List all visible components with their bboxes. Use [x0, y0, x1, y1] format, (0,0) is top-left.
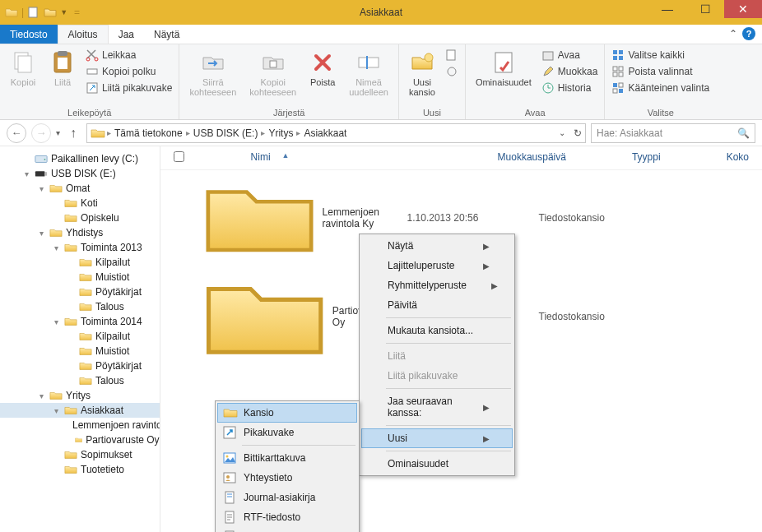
cm-group[interactable]: Ryhmittelyperuste▶ — [361, 275, 513, 295]
col-size[interactable]: Koko — [727, 151, 749, 164]
cm-new-rtf[interactable]: RTF-tiedosto — [217, 507, 357, 527]
tab-view[interactable]: Näytä — [144, 25, 189, 44]
tree-item[interactable]: Partiovaruste Oy — [0, 433, 160, 447]
close-button[interactable]: ✕ — [724, 0, 762, 18]
sort-asc-icon[interactable]: ▲ — [282, 151, 290, 164]
cm-new-text[interactable]: Tekstitiedosto — [217, 527, 357, 532]
cm-customize[interactable]: Mukauta kansiota... — [361, 321, 513, 340]
tree-item[interactable]: Kilpailut — [0, 329, 160, 344]
cm-new[interactable]: Uusi▶ — [361, 428, 513, 448]
help-icon[interactable]: ? — [742, 27, 755, 40]
chevron-right-icon[interactable]: ▸ — [186, 128, 190, 137]
copy-button[interactable]: Kopioi — [7, 48, 39, 89]
cm-share[interactable]: Jaa seuraavan kanssa:▶ — [361, 391, 513, 423]
tree-item[interactable]: Kilpailut — [0, 255, 160, 270]
dropdown-icon[interactable]: ⌄ — [559, 128, 565, 137]
up-button[interactable]: ↑ — [65, 125, 81, 141]
crumb-computer[interactable]: Tämä tietokone — [113, 127, 184, 139]
tree-item[interactable]: Paikallinen levy (C:) — [0, 151, 160, 166]
crumb-asiakkaat[interactable]: Asiakkaat — [302, 127, 348, 139]
cm-new-folder[interactable]: Kansio — [217, 403, 357, 423]
cm-refresh[interactable]: Päivitä — [361, 295, 513, 315]
context-submenu-new[interactable]: Kansio Pikakuvake Bittikarttakuva Yhteys… — [215, 400, 360, 532]
open-button[interactable]: Avaa — [541, 48, 598, 62]
crumb-drive[interactable]: USB DISK (E:) — [192, 127, 260, 139]
tree-item[interactable]: ▾Yritys — [0, 388, 160, 403]
tree-item[interactable]: Pöytäkirjat — [0, 285, 160, 299]
cm-paste[interactable]: Liitä — [361, 346, 513, 366]
tab-home[interactable]: Aloitus — [58, 25, 109, 44]
nav-tree[interactable]: Paikallinen levy (C:)▾USB DISK (E:)▾Omat… — [0, 146, 160, 532]
maximize-button[interactable]: ☐ — [686, 0, 724, 18]
cm-new-shortcut[interactable]: Pikakuvake — [217, 423, 357, 442]
tree-item[interactable]: Talous — [0, 299, 160, 314]
cm-sort[interactable]: Lajitteluperuste▶ — [361, 256, 513, 275]
cm-paste-shortcut[interactable]: Liitä pikakuvake — [361, 366, 513, 386]
tree-item[interactable]: Opiskelu — [0, 210, 160, 225]
crumb-yritys[interactable]: Yritys — [267, 127, 295, 139]
tree-item[interactable]: Muistiot — [0, 344, 160, 359]
select-all-button[interactable]: Valitse kaikki — [611, 48, 709, 62]
tree-item[interactable]: Pöytäkirjat — [0, 359, 160, 373]
chevron-right-icon[interactable]: ▸ — [107, 128, 111, 137]
easy-access-button[interactable] — [445, 64, 458, 79]
expand-icon[interactable]: ▾ — [36, 229, 46, 238]
new-folder-button[interactable]: Uusi kansio — [406, 48, 439, 99]
folder-open-icon[interactable] — [44, 6, 57, 19]
cm-properties[interactable]: Ominaisuudet — [361, 454, 513, 474]
forward-button[interactable]: → — [31, 123, 51, 143]
delete-button[interactable]: Poista — [306, 48, 339, 89]
col-date[interactable]: Muokkauspäivä — [498, 151, 566, 164]
properties-button[interactable]: Ominaisuudet — [472, 48, 535, 89]
tab-share[interactable]: Jaa — [109, 25, 144, 44]
expand-icon[interactable]: ▾ — [36, 391, 46, 400]
select-all-checkbox[interactable] — [174, 151, 184, 162]
search-input[interactable]: Hae: Asiakkaat 🔍 — [591, 123, 755, 143]
cm-view[interactable]: Näytä▶ — [361, 236, 513, 256]
tree-item[interactable]: ▾USB DISK (E:) — [0, 166, 160, 181]
tree-item[interactable]: ▾Toiminta 2013 — [0, 240, 160, 255]
tree-item[interactable]: Muistiot — [0, 270, 160, 285]
chevron-right-icon[interactable]: ▸ — [261, 128, 265, 137]
dropdown-icon[interactable]: ▼ — [60, 8, 67, 16]
expand-icon[interactable]: ▾ — [51, 317, 61, 326]
edit-button[interactable]: Muokkaa — [541, 64, 598, 79]
move-to-button[interactable]: Siirrä kohteeseen — [186, 48, 239, 99]
col-type[interactable]: Tyyppi — [632, 151, 661, 164]
back-button[interactable]: ← — [7, 123, 26, 143]
chevron-right-icon[interactable]: ▸ — [296, 128, 300, 137]
tree-item[interactable]: Sopimukset — [0, 447, 160, 462]
col-name[interactable]: Nimi — [251, 151, 271, 164]
tree-item[interactable]: Tuotetieto — [0, 462, 160, 477]
tree-item[interactable]: Koti — [0, 196, 160, 210]
history-button[interactable]: Historia — [541, 81, 598, 95]
paste-button[interactable]: Liitä — [46, 48, 79, 89]
context-menu[interactable]: Näytä▶ Lajitteluperuste▶ Ryhmittelyperus… — [359, 234, 515, 476]
copy-to-button[interactable]: Kopioi kohteeseen — [246, 48, 300, 99]
invert-button[interactable]: Käänteinen valinta — [611, 81, 709, 95]
tree-item[interactable]: ▾Yhdistys — [0, 225, 160, 240]
expand-icon[interactable]: ▾ — [36, 184, 46, 193]
expand-icon[interactable]: ▾ — [21, 169, 31, 178]
cm-new-journal[interactable]: Journal-asiakirja — [217, 488, 357, 507]
new-item-button[interactable] — [445, 48, 458, 62]
paste-shortcut-button[interactable]: Liitä pikakuvake — [86, 81, 172, 95]
collapse-ribbon-icon[interactable]: ⌃ — [729, 28, 737, 39]
tree-item[interactable]: Talous — [0, 373, 160, 388]
tree-item[interactable]: Lemmenjoen ravintola Ky — [0, 418, 160, 433]
expand-icon[interactable]: ▾ — [51, 406, 61, 415]
minimize-button[interactable]: — — [648, 0, 686, 18]
cm-new-bitmap[interactable]: Bittikarttakuva — [217, 448, 357, 468]
breadcrumb[interactable]: ▸ Tämä tietokone ▸ USB DISK (E:) ▸ Yrity… — [86, 123, 586, 143]
cut-button[interactable]: Leikkaa — [86, 48, 172, 62]
tab-file[interactable]: Tiedosto — [0, 25, 58, 44]
deselect-button[interactable]: Poista valinnat — [611, 64, 709, 79]
copy-path-button[interactable]: Kopioi polku — [86, 64, 172, 79]
tree-item[interactable]: ▾Asiakkaat — [0, 403, 160, 418]
new-icon[interactable] — [27, 6, 40, 19]
tree-item[interactable]: ▾Toiminta 2014 — [0, 314, 160, 329]
cm-new-contact[interactable]: Yhteystieto — [217, 468, 357, 488]
history-dropdown-icon[interactable]: ▾ — [56, 128, 60, 137]
expand-icon[interactable]: ▾ — [51, 243, 61, 252]
rename-button[interactable]: Nimeä uudelleen — [346, 48, 392, 99]
